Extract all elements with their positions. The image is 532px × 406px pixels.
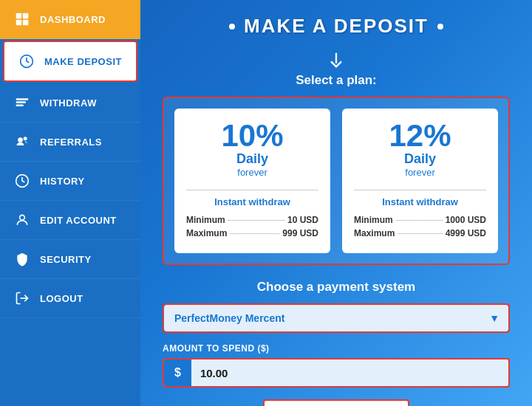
referrals-icon: [12, 131, 33, 152]
deposit-icon: [16, 51, 37, 72]
payment-select[interactable]: PerfectMoney Mercent Bitcoin Ethereum Pa…: [164, 305, 508, 331]
sidebar-item-withdraw[interactable]: WITHDRAW: [0, 83, 140, 123]
sidebar-label-edit-account: EDIT ACCOUNT: [40, 215, 117, 226]
plan-10-min-label: Minimum: [186, 215, 225, 225]
plan-10-min-dots: [228, 220, 284, 221]
create-deposit-button[interactable]: CREATE DEPOSIT: [263, 399, 409, 406]
plan-10-min-row: Minimum 10 USD: [186, 215, 318, 225]
plan-12-divider: [354, 190, 486, 190]
sidebar-item-make-deposit[interactable]: MAKE DEPOSIT: [3, 41, 137, 82]
amount-input-wrap: $: [163, 358, 510, 388]
history-icon: [12, 171, 33, 191]
sidebar-item-referrals[interactable]: REFERRALS: [0, 123, 140, 162]
sidebar-item-security[interactable]: security: [0, 240, 140, 279]
payment-select-wrap: PerfectMoney Mercent Bitcoin Ethereum Pa…: [163, 303, 510, 333]
svg-rect-1: [23, 13, 29, 19]
sidebar-label-make-deposit: MAKE DEPOSIT: [44, 56, 122, 67]
sidebar-label-referrals: REFERRALS: [40, 137, 102, 148]
sidebar-label-dashboard: DASHBOARD: [40, 14, 106, 25]
title-dot-right: [437, 24, 443, 30]
plan-10-details: Minimum 10 USD Maximum 999 USD: [186, 215, 318, 241]
plan-12-min-label: Minimum: [354, 215, 393, 225]
svg-point-8: [18, 137, 23, 142]
svg-rect-2: [16, 20, 22, 26]
plan-10-max-row: Maximum 999 USD: [186, 228, 318, 238]
plan-10-max-dots: [230, 233, 279, 234]
sidebar-label-withdraw: WITHDRAW: [40, 97, 97, 109]
plan-12-instant: Instant withdraw: [382, 196, 458, 207]
main-content: MAKE A DEPOSIT Select a plan: 10% Daily …: [140, 0, 532, 406]
title-dot-left: [229, 24, 235, 30]
svg-point-9: [24, 137, 27, 140]
svg-rect-6: [16, 101, 26, 103]
svg-point-11: [20, 215, 25, 220]
payment-section-label: Choose a payment system: [163, 280, 510, 295]
amount-label: AMOUNT TO SPEND ($): [163, 343, 510, 354]
plan-10-max-value: 999 USD: [282, 228, 318, 238]
select-plan-label: Select a plan:: [163, 73, 510, 88]
plan-12-forever: forever: [405, 167, 434, 178]
plan-12-max-dots: [398, 233, 442, 234]
plan-12-max-value: 4999 USD: [446, 228, 486, 238]
plan-12-min-dots: [396, 220, 443, 221]
sidebar-item-logout[interactable]: LOGOUT: [0, 279, 140, 318]
plan-12-max-row: Maximum 4999 USD: [354, 228, 486, 238]
plan-10-divider: [186, 190, 318, 190]
plan-10-percent: 10%: [221, 120, 283, 151]
svg-rect-0: [16, 13, 22, 19]
plan-12-percent: 12%: [389, 120, 451, 151]
plan-card-10[interactable]: 10% Daily forever Instant withdraw Minim…: [174, 109, 330, 253]
sidebar-item-edit-account[interactable]: EDIT ACCOUNT: [0, 201, 140, 240]
amount-prefix: $: [164, 359, 191, 386]
sidebar-label-history: hisToRY: [40, 176, 85, 187]
sidebar-label-security: security: [40, 254, 92, 265]
sidebar-item-dashboard[interactable]: DASHBOARD: [0, 0, 140, 39]
withdraw-icon: [12, 92, 33, 113]
sidebar-item-history[interactable]: hisToRY: [0, 162, 140, 201]
create-deposit-wrap: CREATE DEPOSIT: [163, 399, 510, 406]
plan-12-daily: Daily: [404, 151, 436, 167]
logout-icon: [12, 288, 33, 309]
plan-12-min-value: 1000 USD: [446, 215, 486, 225]
plan-10-daily: Daily: [236, 151, 268, 167]
svg-rect-5: [16, 98, 29, 100]
security-icon: [12, 249, 33, 269]
plan-10-forever: forever: [237, 167, 267, 178]
plans-container: 10% Daily forever Instant withdraw Minim…: [163, 97, 510, 265]
plan-10-min-value: 10 USD: [287, 215, 318, 225]
arrow-down-icon: [326, 49, 347, 70]
amount-input[interactable]: [191, 360, 508, 386]
sidebar-label-logout: LOGOUT: [40, 293, 83, 304]
page-title: MAKE A DEPOSIT: [244, 15, 429, 38]
svg-rect-3: [23, 20, 29, 26]
plan-12-details: Minimum 1000 USD Maximum 4999 USD: [354, 215, 486, 241]
plan-12-max-label: Maximum: [354, 228, 395, 238]
edit-account-icon: [12, 210, 33, 230]
plan-10-max-label: Maximum: [186, 228, 227, 238]
plan-12-min-row: Minimum 1000 USD: [354, 215, 486, 225]
dashboard-icon: [12, 9, 33, 30]
page-title-row: MAKE A DEPOSIT: [163, 15, 510, 38]
arrow-down-indicator: [163, 49, 510, 70]
svg-rect-7: [16, 105, 24, 107]
sidebar: DASHBOARD MAKE DEPOSIT WITHDRAW REFERRAL…: [0, 0, 140, 406]
plan-card-12[interactable]: 12% Daily forever Instant withdraw Minim…: [342, 109, 498, 253]
plan-10-instant: Instant withdraw: [214, 196, 290, 207]
